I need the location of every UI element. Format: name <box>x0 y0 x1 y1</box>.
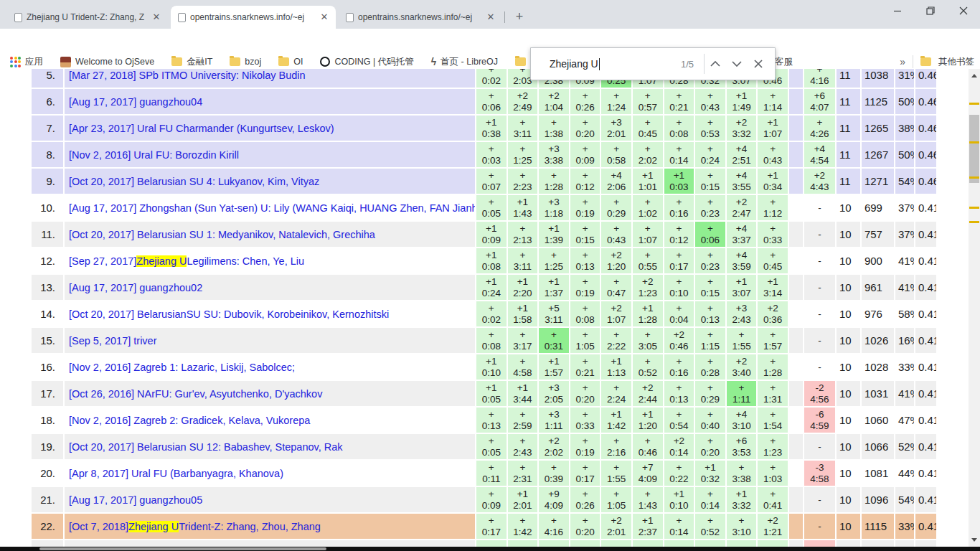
attempts: + <box>707 382 713 394</box>
rating-cell: 0.41 <box>915 195 936 220</box>
problem-cell: +10:08 <box>476 248 507 273</box>
attempts: + <box>707 515 713 527</box>
scroll-down-icon[interactable] <box>971 538 977 542</box>
team-name-link[interactable] <box>65 540 475 547</box>
team-name-link[interactable]: [Oct 20, 2017] BelarusianSU SU: Dubovik,… <box>65 301 475 326</box>
attempts: +1 <box>611 409 621 420</box>
find-match-marker <box>969 207 979 209</box>
team-name-link[interactable]: [Oct 7, 2018] Zhejiang U Trident-Z: Zhan… <box>65 514 475 539</box>
tab-1[interactable]: Zhejiang U Trident-Z: Zhang, Z ✕ <box>7 6 168 29</box>
problem-cell: +0:15 <box>695 169 725 194</box>
rank-cell: 10. <box>32 195 63 220</box>
problem-cell: +2:31 <box>508 461 538 486</box>
team-name-link[interactable]: [Nov 2, 2016] Ural FU: Borozdin Kirill <box>65 142 475 167</box>
problem-cell: + <box>476 540 507 547</box>
penalty-cell: 976 <box>862 301 894 326</box>
find-input[interactable]: Zhejiang U <box>550 58 681 70</box>
rank-cell: 7. <box>32 116 63 141</box>
team-name-link[interactable]: [Aug 17, 2017] guangzhou04 <box>65 89 475 114</box>
problem-cell: +1:42 <box>508 514 538 539</box>
tab-3[interactable]: opentrains.snarknews.info/~ej ✕ <box>339 6 502 29</box>
bookmarks-overflow-icon[interactable]: » <box>900 56 905 67</box>
find-close-icon[interactable] <box>748 53 769 75</box>
solve-time: 2:02 <box>545 447 563 458</box>
team-name-link[interactable]: [Mar 27, 2018] SPb ITMO University: Niko… <box>65 69 475 88</box>
team-name-link[interactable]: [Apr 8, 2017] Ural FU (Barbanyagra, Khan… <box>65 461 475 486</box>
penalty-cell: 1031 <box>862 381 894 406</box>
bookmark-ojserver[interactable]: Welcome to OjSeve <box>60 57 154 67</box>
attempts: +3 <box>548 409 559 420</box>
attempts: + <box>551 462 557 474</box>
team-name-link[interactable]: [Oct 20, 2017] Belarusian SU 4: Lukyanov… <box>65 169 475 194</box>
close-window-button[interactable] <box>947 0 980 22</box>
bookmark-libreoj[interactable]: ϟ 首页 - LibreOJ <box>431 56 498 68</box>
tab-close-icon[interactable]: ✕ <box>319 11 330 23</box>
bookmark-folder-oi[interactable]: OI <box>278 57 303 67</box>
bookmark-folder-bzoj[interactable]: bzoj <box>230 57 261 67</box>
problem-cell: +1:15 <box>695 328 725 353</box>
find-highlight: Zhejiang U <box>128 521 179 532</box>
solve-time: 0:17 <box>669 261 688 273</box>
problem-cell: +0:06 <box>695 222 725 247</box>
attempts: + <box>676 276 682 288</box>
scrollbar-thumb[interactable] <box>969 115 979 183</box>
apps-grid-icon <box>10 57 21 67</box>
solved-count-cell <box>837 540 860 547</box>
other-bookmarks-label[interactable]: 其他书签 <box>938 56 974 68</box>
team-name-link[interactable]: [Nov 2, 2016] Zagreb 1: Lazaric, Liskij,… <box>65 354 475 380</box>
team-name-link[interactable]: [Oct 20, 2017] Belarusian SU 12: Babashe… <box>65 434 475 459</box>
scroll-up-icon[interactable] <box>971 74 977 77</box>
solve-time: 1:07 <box>639 235 657 246</box>
problem-cell: +1:02 <box>633 195 663 220</box>
bookmark-partial[interactable]: 客服 <box>775 56 793 68</box>
solve-time: 4:07 <box>810 102 829 113</box>
solve-time: 2:43 <box>732 314 750 326</box>
problem-cell: +1:03 <box>758 461 788 486</box>
solve-time: 1:43 <box>639 500 657 512</box>
team-name-text: Legilimens: Chen, Ye, Liu <box>187 255 304 267</box>
solve-time: 4:26 <box>810 128 829 140</box>
solve-time: 1:49 <box>732 102 750 113</box>
new-tab-button[interactable]: + <box>511 9 528 26</box>
attempts: +4 <box>736 223 747 235</box>
attempts: +4 <box>736 250 747 261</box>
horizontal-scrollbar-thumb[interactable] <box>39 547 326 550</box>
team-name-link[interactable]: [Oct 26, 2016] NArFU: Gur'ev, Asyutchenk… <box>65 381 475 406</box>
team-name-link[interactable]: [Apr 23, 2017] Ural FU Charmander (Kungu… <box>65 116 475 141</box>
attempts: + <box>489 143 494 155</box>
tab-close-icon[interactable]: ✕ <box>485 11 496 23</box>
team-name-link[interactable]: [Aug 17, 2017] guangzhou05 <box>65 487 475 512</box>
problem-cell: +0:33 <box>758 222 788 247</box>
team-name-link[interactable]: [Sep 5, 2017] triver <box>65 328 475 353</box>
team-name-link[interactable]: [Sep 27, 2017] Zhejiang U Legilimens: Ch… <box>65 248 475 273</box>
bookmark-coding[interactable]: CODING | 代码托管 <box>320 56 413 68</box>
find-match-marker <box>969 221 979 223</box>
bookmark-folder-finance[interactable]: 金融IT <box>171 56 212 68</box>
attempts: + <box>551 329 557 341</box>
tab-2-active[interactable]: opentrains.snarknews.info/~ej ✕ <box>171 6 336 29</box>
problem-cell: - <box>804 328 835 353</box>
team-name-link[interactable]: [Oct 20, 2017] Belarusian SU 1: Medyanik… <box>65 222 475 247</box>
vertical-scrollbar[interactable] <box>969 69 980 547</box>
solve-time: 0:21 <box>575 367 594 379</box>
solve-time: 1:02 <box>639 208 657 220</box>
attempts: + <box>770 223 776 235</box>
find-next-icon[interactable] <box>726 53 748 75</box>
solve-time: 0:46 <box>639 447 657 458</box>
solve-time: 3:11 <box>545 314 562 326</box>
minimize-button[interactable] <box>881 0 914 22</box>
team-name-link[interactable]: [Aug 17, 2017] Zhongshan (Sun Yat-sen) U… <box>65 195 475 220</box>
find-previous-icon[interactable] <box>705 53 726 75</box>
bookmark-apps[interactable]: 应用 <box>10 56 43 68</box>
restore-button[interactable] <box>914 0 947 22</box>
problem-cell: +20:46 <box>664 328 694 353</box>
attempts: + <box>676 462 682 474</box>
team-name-link[interactable]: [Aug 17, 2017] guangzhou02 <box>65 275 475 300</box>
problem-cell: + <box>695 540 725 547</box>
problem-cell: +11:37 <box>539 275 569 300</box>
team-name-link[interactable]: [Nov 2, 2016] Zagreb 2: Gradicek, Kelava… <box>65 408 475 433</box>
problem-cell: +1:55 <box>601 461 631 486</box>
attempts: + <box>489 462 494 474</box>
attempts: + <box>519 223 525 235</box>
tab-close-icon[interactable]: ✕ <box>151 11 162 23</box>
